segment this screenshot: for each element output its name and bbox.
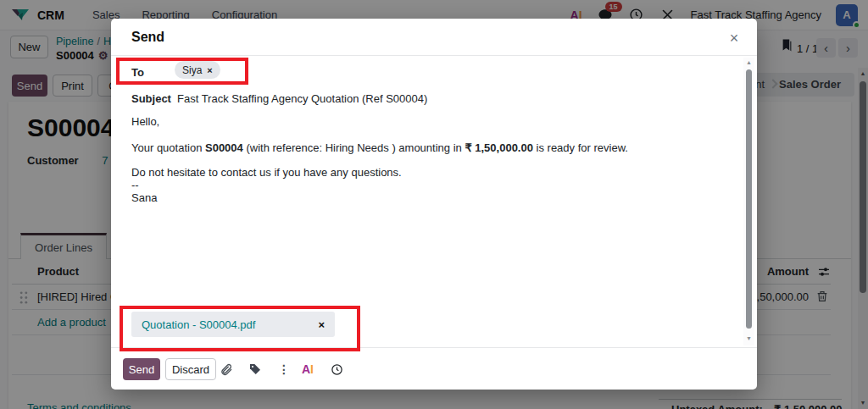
dialog-scroll-down-icon[interactable]: ▼ [743,335,754,341]
attachment-filename-link[interactable]: Quotation - S00004.pdf [142,318,255,331]
recipient-tag[interactable]: Siya × [175,61,220,79]
recipient-name: Siya [182,64,202,76]
dialog-discard-button[interactable]: Discard [165,358,216,380]
dialog-scrollbar-thumb[interactable] [746,69,752,329]
dialog-footer: Send Discard ⋮ AI [111,347,757,390]
ai-compose-icon[interactable]: AI [299,361,316,378]
email-line1: Your quotation S00004 (with reference: H… [131,140,716,156]
dialog-header: Send × [111,19,757,56]
email-greeting: Hello, [131,113,716,130]
attach-file-icon[interactable] [218,361,235,378]
signature-name: Sana [131,191,716,204]
app-window: CRM Sales Reporting Configuration AI 15 … [0,0,868,409]
signature-separator: -- [131,179,716,191]
email-body[interactable]: Hello, Your quotation S00004 (with refer… [131,113,716,204]
schedule-clock-icon[interactable] [328,361,345,378]
to-label: To [131,66,144,79]
dialog-scroll-up-icon[interactable]: ▲ [743,59,754,65]
attachment-chip[interactable]: Quotation - S00004.pdf × [131,312,335,337]
dialog-scrollbar[interactable]: ▲ ▼ [743,58,754,345]
email-ref: S00004 [205,141,243,154]
subject-value[interactable]: Fast Track Staffing Agency Quotation (Re… [177,92,427,105]
email-template-icon[interactable] [247,361,264,378]
email-line2: Do not hesitate to contact us if you hav… [131,166,716,179]
email-amount: ₹ 1,50,000.00 [465,141,533,154]
subject-label: Subject [131,92,171,105]
dialog-title: Send [131,30,164,45]
close-icon[interactable]: × [723,27,745,49]
more-options-icon[interactable]: ⋮ [275,361,292,378]
remove-recipient-icon[interactable]: × [207,65,212,75]
remove-attachment-icon[interactable]: × [318,318,325,331]
dialog-send-button[interactable]: Send [123,358,160,380]
send-email-dialog: Send × To Siya × Subject Fast Track Staf… [111,19,757,390]
